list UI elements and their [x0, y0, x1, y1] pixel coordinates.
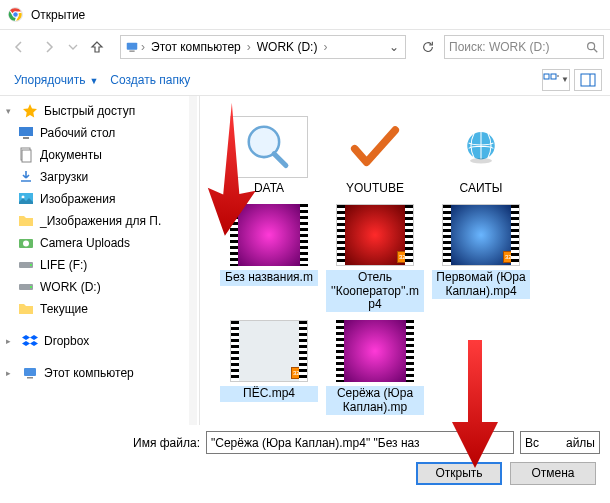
svg-rect-5 [129, 51, 134, 52]
file-otel[interactable]: 321 Отель ''Кооператор''.mp4 [326, 204, 424, 312]
chevron-right-icon: › [139, 40, 147, 54]
sidebar-item-label: LIFE (F:) [40, 258, 87, 272]
refresh-button[interactable] [416, 34, 440, 60]
chrome-icon [8, 7, 23, 22]
svg-rect-11 [19, 127, 33, 136]
video-thumbnail [336, 320, 414, 382]
chevron-down-icon: ▾ [6, 106, 16, 116]
filetype-combo[interactable]: Вс айлы [520, 431, 600, 454]
sidebar-item-label: Быстрый доступ [44, 104, 135, 118]
video-thumbnail: 321 [442, 204, 520, 266]
pictures-icon [18, 191, 34, 207]
video-thumbnail: 321 [336, 204, 414, 266]
folder-icon [18, 213, 34, 229]
body: ▾ Быстрый доступ Рабочий стол Документы … [0, 96, 610, 425]
drive-icon [18, 257, 34, 273]
item-label: САЙТЫ [432, 182, 530, 196]
media-badge-icon: 321 [397, 251, 411, 263]
search-icon [585, 40, 599, 54]
organize-label: Упорядочить [14, 73, 85, 87]
view-mode-button[interactable]: ▼ [542, 69, 570, 91]
sidebar-item-label: Рабочий стол [40, 126, 115, 140]
dropbox-icon [22, 333, 38, 349]
file-pes[interactable]: 321 ПЁС.mp4 [220, 320, 318, 416]
filename-label: Имя файла: [10, 436, 200, 450]
organize-button[interactable]: Упорядочить▼ [8, 69, 104, 91]
breadcrumb[interactable]: › Этот компьютер › WORK (D:) › ⌄ [120, 35, 406, 59]
sidebar-current[interactable]: Текущие [0, 298, 199, 320]
media-badge-icon: 321 [503, 251, 517, 263]
nav-row: › Этот компьютер › WORK (D:) › ⌄ Поиск: … [0, 30, 610, 64]
filetype-suffix: айлы [566, 436, 595, 450]
globe-icon [442, 116, 520, 178]
forward-button[interactable] [36, 34, 62, 60]
annotation-arrow-icon [170, 98, 260, 241]
new-folder-button[interactable]: Создать папку [104, 69, 196, 91]
desktop-icon [18, 125, 34, 141]
sidebar-life-drive[interactable]: LIFE (F:) [0, 254, 199, 276]
sidebar-this-pc[interactable]: ▸ Этот компьютер [0, 362, 199, 384]
svg-point-27 [470, 158, 492, 164]
sidebar-item-label: _Изображения для П. [40, 214, 161, 228]
svg-rect-23 [24, 368, 36, 376]
video-thumbnail: 321 [230, 320, 308, 382]
sidebar-item-label: Загрузки [40, 170, 88, 184]
svg-rect-4 [127, 43, 138, 50]
file-serezha[interactable]: Серёжа (Юра Каплан).mp [326, 320, 424, 416]
svg-rect-7 [544, 74, 549, 79]
item-label: Без названия.m [220, 270, 318, 286]
footer: Имя файла: Вс айлы Открыть Отмена [0, 425, 610, 503]
pc-icon [125, 40, 139, 54]
item-label: ПЁС.mp4 [220, 386, 318, 402]
folder-sites[interactable]: САЙТЫ [432, 116, 530, 196]
svg-rect-24 [27, 377, 33, 379]
recent-button[interactable] [66, 34, 80, 60]
chevron-right-icon: › [245, 40, 253, 54]
sidebar-item-label: Camera Uploads [40, 236, 130, 250]
camera-icon [18, 235, 34, 251]
drive-icon [18, 279, 34, 295]
sidebar-item-label: Изображения [40, 192, 115, 206]
svg-point-22 [30, 286, 32, 288]
back-button[interactable] [6, 34, 32, 60]
search-placeholder: Поиск: WORK (D:) [449, 40, 585, 54]
cancel-button[interactable]: Отмена [510, 462, 596, 485]
chevron-right-icon: › [321, 40, 329, 54]
svg-point-18 [23, 241, 29, 247]
preview-pane-button[interactable] [574, 69, 602, 91]
svg-rect-12 [23, 137, 29, 139]
breadcrumb-pc[interactable]: Этот компьютер [147, 40, 245, 54]
svg-point-6 [588, 43, 595, 50]
item-label: Серёжа (Юра Каплан).mp [326, 386, 424, 416]
svg-rect-9 [581, 74, 595, 86]
pc-icon [22, 365, 38, 381]
folder-icon [18, 301, 34, 317]
svg-point-20 [30, 264, 32, 266]
sidebar-item-label: Dropbox [44, 334, 89, 348]
file-pervomay[interactable]: 321 Первомай (Юра Каплан).mp4 [432, 204, 530, 312]
chevron-right-icon: ▸ [6, 368, 16, 378]
sidebar-item-label: Документы [40, 148, 102, 162]
up-button[interactable] [84, 34, 110, 60]
item-label: YOUTUBE [326, 182, 424, 196]
item-label: Первомай (Юра Каплан).mp4 [432, 270, 530, 300]
folder-youtube[interactable]: YOUTUBE [326, 116, 424, 196]
window-title: Открытие [31, 8, 85, 22]
annotation-arrow-icon [440, 340, 510, 473]
sidebar-item-label: Этот компьютер [44, 366, 134, 380]
content-area[interactable]: DATA YOUTUBE САЙТЫ Без названия.m [200, 96, 610, 425]
svg-rect-8 [551, 74, 556, 79]
titlebar: Открытие [0, 0, 610, 30]
search-input[interactable]: Поиск: WORK (D:) [444, 35, 604, 59]
items-grid: DATA YOUTUBE САЙТЫ Без названия.m [220, 116, 602, 415]
documents-icon [18, 147, 34, 163]
chevron-right-icon: ▸ [6, 336, 16, 346]
sidebar-item-label: WORK (D:) [40, 280, 101, 294]
breadcrumb-dropdown[interactable]: ⌄ [387, 40, 401, 54]
sidebar-work-drive[interactable]: WORK (D:) [0, 276, 199, 298]
caret-down-icon: ▼ [85, 76, 98, 86]
breadcrumb-drive[interactable]: WORK (D:) [253, 40, 322, 54]
sidebar-item-label: Текущие [40, 302, 88, 316]
sidebar-dropbox[interactable]: ▸ Dropbox [0, 330, 199, 352]
media-badge-icon: 321 [291, 367, 305, 379]
